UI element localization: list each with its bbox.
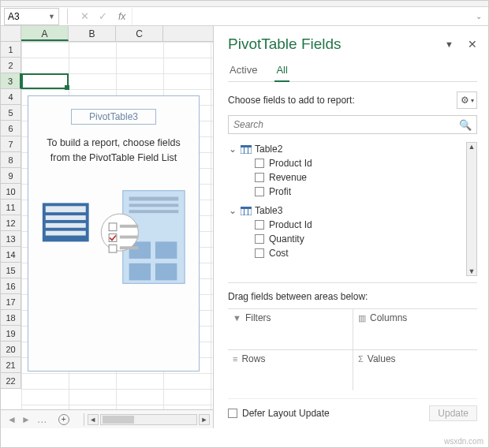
field-tabs: Active All (228, 61, 477, 82)
table-node[interactable]: ⌄ Table3 (228, 203, 466, 218)
expand-formula-bar-icon[interactable]: ⌄ (469, 12, 488, 21)
gear-icon: ⚙ (461, 95, 469, 106)
scroll-right-icon[interactable]: ► (199, 414, 210, 425)
row-header[interactable]: 11 (1, 200, 21, 215)
checkbox[interactable] (255, 248, 264, 258)
row-header[interactable]: 14 (1, 247, 21, 263)
row-header[interactable]: 19 (1, 326, 21, 342)
defer-checkbox[interactable] (228, 409, 237, 418)
rows-area[interactable]: ≡Rows (228, 349, 353, 390)
chevron-down-icon[interactable]: ▼ (48, 13, 55, 21)
column-header-b[interactable]: B (69, 26, 116, 41)
scroll-down-icon[interactable]: ▼ (468, 267, 476, 275)
pane-menu-icon[interactable]: ▼ (445, 39, 454, 49)
row-header[interactable]: 18 (1, 310, 21, 326)
row-headers: 1 2 3 4 5 6 7 8 9 10 11 12 13 14 15 16 1… (1, 42, 21, 409)
area-label: Filters (245, 312, 271, 323)
table-icon (241, 145, 252, 154)
checkbox[interactable] (255, 187, 264, 196)
field-item[interactable]: Profit (228, 185, 466, 199)
svg-rect-6 (129, 196, 179, 200)
active-cell[interactable] (21, 73, 69, 89)
select-all-corner[interactable] (1, 26, 21, 41)
svg-rect-19 (120, 246, 139, 249)
row-header[interactable]: 12 (1, 215, 21, 231)
row-header[interactable]: 22 (1, 373, 21, 389)
table-name: Table2 (255, 144, 282, 155)
field-item[interactable]: Revenue (228, 170, 466, 185)
row-header[interactable]: 2 (1, 58, 21, 73)
field-item[interactable]: Quantity (228, 232, 466, 246)
sheet-tabs-overflow[interactable]: … (37, 413, 47, 425)
sheet-tab-bar: ◄► … + ◄ ► (1, 409, 213, 428)
defer-row: Defer Layout Update Update (228, 398, 477, 421)
search-input[interactable] (233, 119, 459, 130)
values-icon: Σ (358, 354, 364, 364)
pivottable-fields-pane: PivotTable Fields ▼ ✕ Active All Choose … (214, 26, 488, 428)
values-area[interactable]: ΣValues (353, 349, 477, 390)
columns-area[interactable]: ▥Columns (353, 308, 477, 349)
checkbox[interactable] (255, 234, 264, 244)
collapse-icon[interactable]: ⌄ (228, 205, 237, 216)
field-list-scrollbar[interactable]: ▲ ▼ (466, 142, 477, 276)
checkbox[interactable] (255, 173, 264, 182)
fx-icon[interactable]: fx (118, 11, 125, 22)
field-item[interactable]: Cost (228, 246, 466, 260)
name-box[interactable]: A3 ▼ (4, 8, 59, 25)
row-header[interactable]: 7 (1, 136, 21, 152)
svg-rect-25 (241, 207, 252, 209)
svg-rect-12 (155, 263, 177, 280)
row-header[interactable]: 6 (1, 121, 21, 136)
update-button: Update (429, 405, 477, 421)
horizontal-scrollbar[interactable]: ◄ ► (88, 414, 213, 425)
checkbox[interactable] (255, 159, 264, 168)
area-label: Rows (241, 353, 265, 364)
column-header-rest[interactable] (163, 26, 213, 41)
table-node[interactable]: ⌄ Table2 (228, 142, 466, 156)
field-label: Product Id (269, 219, 312, 230)
tools-button[interactable]: ⚙▾ (457, 91, 477, 109)
row-header[interactable]: 3 (1, 73, 21, 89)
column-header-a[interactable]: A (21, 26, 69, 41)
row-header[interactable]: 20 (1, 342, 21, 357)
scroll-left-icon[interactable]: ◄ (88, 414, 99, 425)
new-sheet-button[interactable]: + (58, 414, 69, 425)
row-header[interactable]: 13 (1, 231, 21, 247)
svg-point-13 (101, 214, 138, 251)
filters-area[interactable]: ▼Filters (228, 308, 353, 349)
scroll-up-icon[interactable]: ▲ (468, 143, 476, 151)
column-header-c[interactable]: C (116, 26, 163, 41)
row-header[interactable]: 4 (1, 89, 21, 105)
row-header[interactable]: 15 (1, 263, 21, 278)
field-item[interactable]: Product Id (228, 218, 466, 232)
row-header[interactable]: 8 (1, 152, 21, 168)
scroll-thumb[interactable] (103, 416, 134, 424)
scroll-track[interactable] (100, 414, 197, 425)
formula-input[interactable] (132, 8, 469, 25)
row-header[interactable]: 10 (1, 184, 21, 200)
search-icon[interactable]: 🔍 (459, 119, 472, 131)
row-header[interactable]: 1 (1, 42, 21, 58)
row-header[interactable]: 17 (1, 294, 21, 310)
pivottable-placeholder[interactable]: PivotTable3 To build a report, choose fi… (28, 95, 200, 371)
row-header[interactable]: 9 (1, 168, 21, 184)
tab-active[interactable]: Active (228, 61, 259, 81)
row-header[interactable]: 16 (1, 278, 21, 294)
svg-rect-18 (109, 245, 117, 252)
checkbox[interactable] (255, 220, 264, 230)
row-header[interactable]: 5 (1, 105, 21, 121)
row-header[interactable]: 21 (1, 357, 21, 373)
field-item[interactable]: Product Id (228, 156, 466, 170)
svg-rect-17 (120, 235, 139, 238)
collapse-icon[interactable]: ⌄ (228, 144, 237, 155)
pivottable-name: PivotTable3 (71, 109, 156, 125)
search-box[interactable]: 🔍 (228, 115, 477, 134)
sheet-nav[interactable]: ◄► (1, 414, 37, 425)
svg-rect-14 (109, 222, 117, 230)
table-name: Table3 (255, 205, 282, 216)
cell-area[interactable]: PivotTable3 To build a report, choose fi… (21, 42, 213, 409)
tab-all[interactable]: All (274, 61, 289, 82)
pane-title: PivotTable Fields (228, 35, 445, 53)
svg-rect-11 (129, 263, 151, 280)
close-icon[interactable]: ✕ (468, 38, 477, 50)
